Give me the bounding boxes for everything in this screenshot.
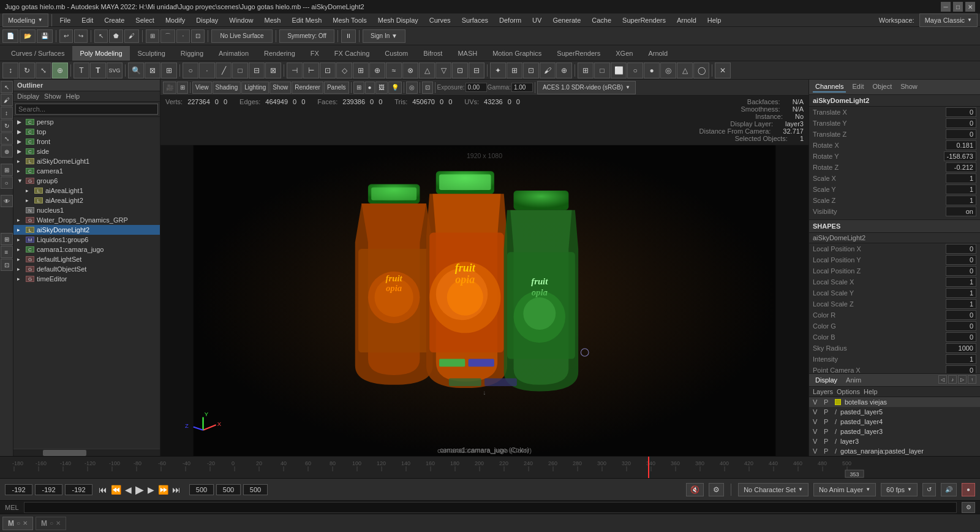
ngon-button[interactable]: ✦: [490, 63, 506, 78]
outliner-search-input[interactable]: [15, 104, 158, 115]
cylinder-button[interactable]: ○: [627, 63, 643, 78]
next-key-button[interactable]: ⏩: [157, 484, 170, 496]
scale-x-value[interactable]: 1: [946, 173, 976, 183]
layer-v-toggle[interactable]: V: [813, 398, 821, 406]
selection-mode-button[interactable]: ↖: [1, 81, 13, 93]
cube-button[interactable]: ⬜: [611, 63, 627, 78]
fps-dropdown[interactable]: 60 fps ▼: [881, 483, 918, 496]
layer-expand-button[interactable]: ↑: [968, 375, 976, 384]
viewport-show-menu[interactable]: Show: [270, 82, 291, 94]
scale-y-value[interactable]: 1: [946, 184, 976, 194]
viewport-layout-button[interactable]: ⊞: [177, 82, 188, 94]
rotate-z-value[interactable]: -0.212: [946, 162, 976, 172]
menu-surfaces[interactable]: Surfaces: [457, 15, 493, 25]
redo-button[interactable]: ↪: [74, 29, 88, 43]
x-script-1-button[interactable]: ✕: [23, 520, 28, 526]
help-menu[interactable]: Help: [864, 388, 878, 395]
mirror-button[interactable]: ⊣: [287, 63, 303, 78]
translate-x-value[interactable]: 0: [946, 107, 976, 117]
layer-p-toggle[interactable]: P: [824, 438, 832, 445]
lights-button[interactable]: 💡: [388, 82, 402, 94]
rotate-tool-button[interactable]: ↻: [19, 63, 35, 78]
attribute-editor-button[interactable]: ⊡: [1, 259, 13, 271]
select-tool-button[interactable]: ↖: [94, 29, 108, 43]
pause-button[interactable]: ⏸: [341, 29, 356, 43]
viewport-shading-menu[interactable]: Shading: [213, 82, 241, 94]
channel-box-button[interactable]: ≡: [1, 246, 13, 258]
outliner-item-default-light-set[interactable]: ▸ G defaultLightSet: [13, 254, 160, 264]
bridge-button[interactable]: ⊢: [303, 63, 319, 78]
layer-v-toggle[interactable]: V: [813, 428, 821, 435]
disk-button[interactable]: ◯: [693, 63, 709, 78]
loop-cut-button[interactable]: ⊞: [353, 63, 369, 78]
current-frame-input[interactable]: -192: [35, 484, 62, 495]
grid-button[interactable]: ⊞: [1, 233, 13, 245]
local-scale-z-value[interactable]: 1: [946, 299, 976, 309]
layer-layer3[interactable]: V P / layer3: [809, 436, 980, 446]
viewport-canvas[interactable]: fruit opia: [160, 145, 809, 456]
color-r-value[interactable]: 0: [946, 310, 976, 320]
play-button[interactable]: ▶: [134, 482, 145, 498]
outliner-item-group6[interactable]: ▼ G group6: [13, 176, 160, 186]
show-hide-button[interactable]: 👁: [1, 195, 13, 207]
symmetry-button[interactable]: Symmetry: Off: [279, 29, 334, 43]
options-menu[interactable]: Options: [837, 388, 860, 395]
layer-p-toggle[interactable]: P: [824, 398, 832, 406]
outliner-item-ai-area-2[interactable]: ▸ L aiAreaLight2: [22, 196, 160, 205]
isolate-button[interactable]: ◎: [406, 82, 418, 94]
timeline[interactable]: -180 -160 -140 -120 -100 -80 -60 -40 -20…: [0, 456, 980, 478]
outliner-help-menu[interactable]: Help: [66, 93, 80, 100]
wireframe-button[interactable]: ⊞: [353, 82, 364, 94]
reduce-button[interactable]: ⊡: [452, 63, 468, 78]
universal-manip-button[interactable]: ⊕: [1, 145, 13, 158]
local-pos-z-value[interactable]: 0: [946, 266, 976, 276]
sound-button[interactable]: 🔇: [686, 483, 704, 496]
visibility-value[interactable]: on: [946, 207, 976, 216]
snap-to-surface-button[interactable]: ⊡: [191, 29, 205, 43]
paint-weights-button[interactable]: 🖌: [540, 63, 556, 78]
point-cam-x-value[interactable]: 0: [946, 365, 976, 373]
layer-pasted-4[interactable]: V P / pasted_layer4: [809, 417, 980, 427]
resolution-gate-button[interactable]: ⊡: [422, 82, 433, 94]
menu-help[interactable]: Help: [703, 15, 726, 25]
window-controls[interactable]: ─ □ ✕: [941, 2, 975, 12]
menu-select[interactable]: Select: [130, 15, 159, 25]
text-tool-button[interactable]: T: [90, 63, 106, 78]
outliner-item-nucleus1[interactable]: N nucleus1: [13, 205, 160, 215]
uv-sel-button[interactable]: ⊟: [249, 63, 265, 78]
sky-radius-value[interactable]: 1000: [946, 343, 976, 353]
tab-sculpting[interactable]: Sculpting: [130, 46, 173, 61]
settings-button[interactable]: ⚙: [709, 483, 724, 496]
scroll-thumb[interactable]: [43, 450, 87, 456]
soft-sel-button[interactable]: ○: [1, 177, 13, 189]
rotate-x-value[interactable]: 0.181: [946, 140, 976, 150]
paint-button[interactable]: 🖌: [1, 94, 13, 106]
tab-anim[interactable]: Anim: [843, 375, 864, 385]
no-live-surface-button[interactable]: No Live Surface: [211, 29, 273, 43]
torus-button[interactable]: ◎: [660, 63, 676, 78]
layer-botellas-viejas[interactable]: V P botellas viejas: [809, 397, 980, 407]
cleanup-button[interactable]: ⊟: [469, 63, 484, 78]
settings-icon-button[interactable]: ⚙: [962, 502, 975, 513]
menu-mesh[interactable]: Mesh: [259, 15, 285, 25]
menu-curves[interactable]: Curves: [424, 15, 456, 25]
outliner-item-ai-sky-dome-2[interactable]: ▸ L aiSkyDomeLight2: [13, 225, 160, 235]
tab-mash[interactable]: MASH: [450, 46, 484, 61]
universal-tool-button[interactable]: ⊕: [52, 63, 68, 78]
paint-select-button[interactable]: 🖌: [124, 29, 139, 43]
texture-button[interactable]: 🖼: [375, 82, 388, 94]
subdivide-button[interactable]: ⊞: [507, 63, 522, 78]
svg-tool-button[interactable]: SVG: [107, 63, 123, 78]
gamma-input[interactable]: [511, 83, 533, 92]
snap-to-point-button[interactable]: ·: [176, 29, 190, 43]
bevel-button[interactable]: ◇: [336, 63, 352, 78]
outliner-scrollbar[interactable]: [13, 449, 160, 456]
menu-deform[interactable]: Deform: [494, 15, 526, 25]
save-scene-button[interactable]: 💾: [37, 29, 53, 43]
end-frame-input[interactable]: -192: [65, 484, 92, 495]
audio-button[interactable]: 🔊: [941, 483, 957, 496]
new-scene-button[interactable]: 📄: [2, 29, 18, 43]
menu-create[interactable]: Create: [99, 15, 129, 25]
scale-button[interactable]: ⤡: [1, 132, 13, 145]
anim-layer-dropdown[interactable]: No Anim Layer ▼: [813, 483, 876, 496]
